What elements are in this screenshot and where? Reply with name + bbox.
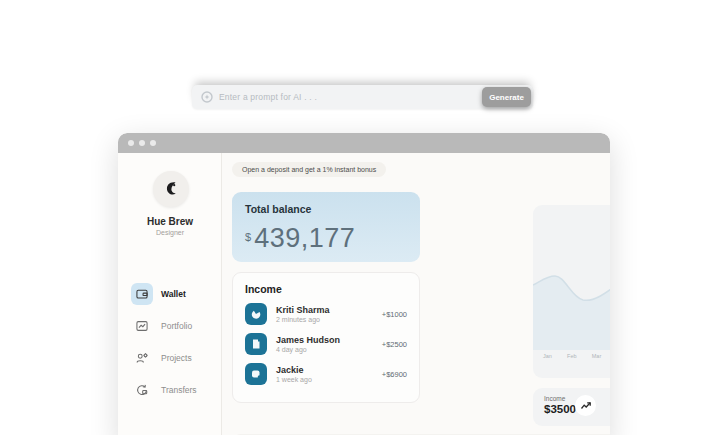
balance-amount: $439,177 — [245, 223, 407, 254]
balance-card: Total balance $439,177 — [232, 192, 420, 262]
sidebar-nav: Wallet Portfolio — [131, 283, 221, 401]
transaction-time: 4 day ago — [276, 346, 373, 353]
stat-income-value: $3500 — [544, 403, 576, 415]
prompt-input[interactable] — [213, 92, 482, 102]
transaction-name: James Hudson — [276, 335, 373, 345]
transaction-name: Jackie — [276, 365, 373, 375]
transaction-amount: +$6900 — [382, 370, 407, 379]
user-name: Hue Brew — [118, 216, 222, 227]
window-titlebar[interactable] — [118, 133, 610, 153]
generate-button[interactable]: Generate — [482, 87, 531, 107]
transaction-row[interactable]: Kriti Sharma 2 minutes ago +$1000 — [245, 303, 407, 325]
chart-month-axis: Jan Feb Mar Apr May Jun Jul — [539, 351, 610, 361]
month-label[interactable]: Feb — [563, 351, 580, 361]
user-avatar[interactable] — [153, 171, 189, 207]
sidebar-item-label: Projects — [161, 353, 192, 363]
balance-value: 439,177 — [254, 223, 355, 253]
wallet-icon — [131, 283, 153, 305]
transaction-name: Kriti Sharma — [276, 305, 373, 315]
currency-symbol: $ — [245, 231, 251, 243]
stats-card: Income $3500 Spendings $937 — [533, 388, 610, 426]
dark-bird-avatar-icon — [159, 177, 183, 201]
sidebar-item-portfolio[interactable]: Portfolio — [131, 315, 221, 337]
ai-sparkle-icon — [201, 91, 213, 103]
promo-banner[interactable]: Open a deposit and get a 1% instant bonu… — [232, 162, 386, 177]
transaction-row[interactable]: Jackie 1 week ago +$6900 — [245, 363, 407, 385]
sidebar: Hue Brew Designer Wallet — [118, 153, 222, 435]
contact-avatar-icon — [245, 303, 267, 325]
income-card: Income Kriti Sharma 2 minutes ago +$1000 — [232, 272, 420, 403]
sidebar-item-projects[interactable]: Projects — [131, 347, 221, 369]
transaction-amount: +$1000 — [382, 310, 407, 319]
contact-avatar-icon — [245, 333, 267, 355]
ai-prompt-bar: Generate — [192, 85, 533, 109]
sidebar-item-label: Wallet — [161, 289, 186, 299]
sidebar-item-label: Transfers — [161, 385, 197, 395]
sidebar-item-wallet[interactable]: Wallet — [131, 283, 221, 305]
month-label[interactable]: Jan — [539, 351, 556, 361]
app-window: Hue Brew Designer Wallet — [118, 133, 610, 435]
transaction-time: 2 minutes ago — [276, 316, 373, 323]
window-dot[interactable] — [139, 140, 145, 146]
area-chart — [533, 205, 610, 350]
sidebar-item-transfers[interactable]: Transfers — [131, 379, 221, 401]
sidebar-item-label: Portfolio — [161, 321, 192, 331]
month-label[interactable]: Mar — [588, 351, 605, 361]
contact-avatar-icon — [245, 363, 267, 385]
screenshot-canvas: Generate Hue Brew Designer — [0, 0, 726, 435]
transaction-amount: +$2500 — [382, 340, 407, 349]
transfer-icon — [131, 379, 153, 401]
chart-icon — [131, 315, 153, 337]
people-gear-icon — [131, 347, 153, 369]
balance-title: Total balance — [245, 203, 407, 215]
income-title: Income — [245, 283, 407, 295]
window-dot[interactable] — [128, 140, 134, 146]
window-dot[interactable] — [150, 140, 156, 146]
user-role: Designer — [118, 229, 222, 236]
stat-income-label: Income — [544, 395, 576, 402]
transaction-row[interactable]: James Hudson 4 day ago +$2500 — [245, 333, 407, 355]
chart-card: Jan Feb Mar Apr May Jun Jul — [533, 205, 610, 378]
trend-up-icon — [575, 395, 596, 416]
transaction-time: 1 week ago — [276, 376, 373, 383]
main-content: Open a deposit and get a 1% instant bonu… — [223, 153, 610, 435]
stat-income: Income $3500 — [544, 395, 576, 415]
